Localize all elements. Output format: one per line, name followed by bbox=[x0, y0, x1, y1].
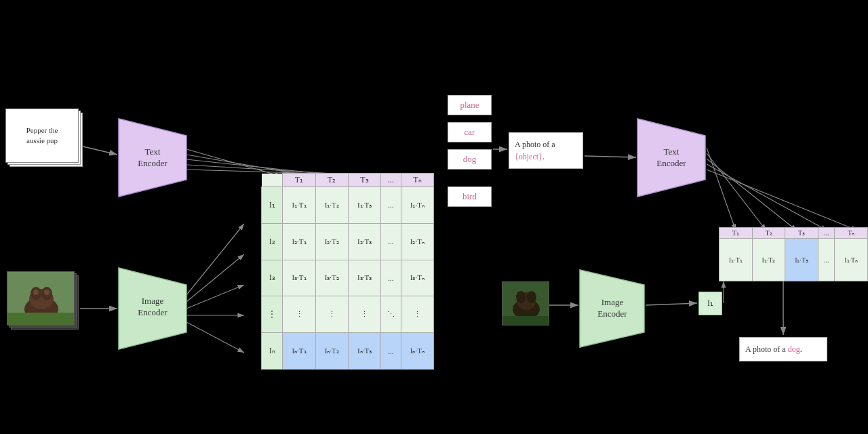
svg-text:Image: Image bbox=[142, 296, 164, 306]
svg-line-32 bbox=[646, 303, 697, 305]
matrix-row-i2: I₂ bbox=[262, 223, 283, 260]
cell-i1t2: I₁·T₂ bbox=[315, 187, 348, 224]
result-dog-word: dog bbox=[788, 344, 800, 354]
result-text: A photo of a dog. bbox=[745, 344, 802, 354]
template-box: A photo of a {object}. bbox=[509, 132, 583, 169]
cell-i2t3: I₂·T₃ bbox=[348, 223, 380, 260]
cell-dotstn: ⋮ bbox=[401, 296, 433, 333]
cell-i2t1: I₂·T₁ bbox=[283, 223, 315, 260]
matrix-header-tdots: ... bbox=[381, 174, 401, 187]
matrix-row-i1: I₁ bbox=[262, 187, 283, 224]
svg-rect-49 bbox=[502, 316, 549, 326]
matrix-header-t3: T₃ bbox=[348, 174, 380, 187]
right-matrix-header-dots: ... bbox=[818, 228, 834, 239]
cell-i1tn: I₁·Tₙ bbox=[401, 187, 433, 224]
svg-line-26 bbox=[707, 148, 736, 231]
cell-indots: ... bbox=[381, 333, 401, 370]
class-car-label: car bbox=[465, 127, 475, 138]
result-box: A photo of a dog. bbox=[739, 337, 827, 361]
svg-point-48 bbox=[527, 291, 536, 303]
matrix-row-dots: ⋮ bbox=[262, 296, 283, 333]
left-matrix: T₁ T₂ T₃ ... Tₙ I₁ I₁·T₁ I₁·T₂ I₁·T₃ ...… bbox=[261, 173, 434, 370]
svg-text:Encoder: Encoder bbox=[597, 309, 627, 319]
matrix-header-t1: T₁ bbox=[283, 174, 315, 187]
template-text: A photo of a {object}. bbox=[515, 140, 555, 161]
class-plane-label: plane bbox=[460, 100, 479, 111]
svg-line-30 bbox=[707, 170, 858, 231]
cell-dotsdots: ⋱ bbox=[381, 296, 401, 333]
cell-i2dots: ... bbox=[381, 223, 401, 260]
svg-rect-43 bbox=[7, 313, 75, 326]
cell-i3t2: I₃·T₂ bbox=[315, 260, 348, 296]
class-dog-label: dog bbox=[463, 154, 477, 165]
right-matrix: T₁ T₂ T₃ ... Tₙ I₁·T₁ I₁·T₂ I₁·T₃ ... I₁… bbox=[719, 227, 868, 281]
right-cell-i1t1: I₁·T₁ bbox=[719, 239, 753, 281]
svg-line-21 bbox=[186, 285, 244, 309]
i1-right-label: I₁ bbox=[698, 292, 722, 315]
image-single-right bbox=[502, 281, 549, 326]
matrix-row-i3: I₃ bbox=[262, 260, 283, 296]
right-matrix-header-t3: T₃ bbox=[785, 228, 818, 239]
cell-intn: Iₙ·Tₙ bbox=[401, 333, 433, 370]
svg-text:Encoder: Encoder bbox=[138, 158, 167, 168]
cell-i3dots: ... bbox=[381, 260, 401, 296]
svg-text:Encoder: Encoder bbox=[656, 158, 686, 168]
right-cell-i1t2: I₁·T₂ bbox=[752, 239, 785, 281]
svg-text:Encoder: Encoder bbox=[138, 307, 167, 317]
class-bird: bird bbox=[448, 186, 492, 207]
cell-dotst3: ⋮ bbox=[348, 296, 380, 333]
svg-line-25 bbox=[585, 156, 636, 157]
image-stack-left bbox=[7, 271, 80, 332]
text-input-label: Pepper theaussie pup bbox=[26, 125, 58, 146]
cell-dotst1: ⋮ bbox=[283, 296, 315, 333]
i1-right-text: I₁ bbox=[707, 298, 713, 309]
cell-i3t3: I₃·T₃ bbox=[348, 260, 380, 296]
matrix-header-tn: Tₙ bbox=[401, 174, 433, 187]
text-input-pages: Pepper theaussie pup bbox=[5, 108, 87, 173]
svg-point-47 bbox=[516, 291, 526, 303]
svg-text:Image: Image bbox=[601, 297, 624, 307]
svg-text:Text: Text bbox=[664, 146, 679, 157]
right-cell-i1t3: I₁·T₃ bbox=[785, 239, 818, 281]
svg-line-28 bbox=[707, 159, 797, 231]
cell-int3: Iₙ·T₃ bbox=[348, 333, 380, 370]
cell-i2tn: I₂·Tₙ bbox=[401, 223, 433, 260]
svg-text:Text: Text bbox=[145, 146, 161, 157]
svg-line-29 bbox=[707, 164, 827, 231]
cell-dotst2: ⋮ bbox=[315, 296, 348, 333]
svg-line-19 bbox=[186, 224, 244, 295]
cell-i1dots: ... bbox=[381, 187, 401, 224]
class-plane: plane bbox=[448, 95, 492, 115]
cell-int2: Iₙ·T₂ bbox=[315, 333, 348, 370]
right-cell-i1tn: I₁·Tₙ bbox=[835, 239, 868, 281]
right-cell-i1dots: ... bbox=[818, 239, 834, 281]
svg-line-20 bbox=[186, 254, 244, 302]
class-dog: dog bbox=[448, 149, 492, 170]
class-car: car bbox=[448, 122, 492, 142]
svg-point-41 bbox=[33, 290, 39, 295]
right-matrix-header-tn: Tₙ bbox=[835, 228, 868, 239]
class-bird-label: bird bbox=[462, 191, 477, 202]
matrix-row-in: Iₙ bbox=[262, 333, 283, 370]
svg-line-23 bbox=[186, 322, 244, 353]
cell-int1: Iₙ·T₁ bbox=[283, 333, 315, 370]
cell-i3tn: I₃·Tₙ bbox=[401, 260, 433, 296]
cell-i1t3: I₁·T₃ bbox=[348, 187, 380, 224]
cell-i1t1: I₁·T₁ bbox=[283, 187, 315, 224]
svg-point-42 bbox=[44, 290, 50, 295]
cell-i2t2: I₂·T₂ bbox=[315, 223, 348, 260]
matrix-header-t2: T₂ bbox=[315, 174, 348, 187]
object-placeholder: {object} bbox=[515, 152, 542, 161]
cell-i3t1: I₃·T₁ bbox=[283, 260, 315, 296]
right-matrix-header-t2: T₂ bbox=[752, 228, 785, 239]
right-matrix-header-t1: T₁ bbox=[719, 228, 753, 239]
